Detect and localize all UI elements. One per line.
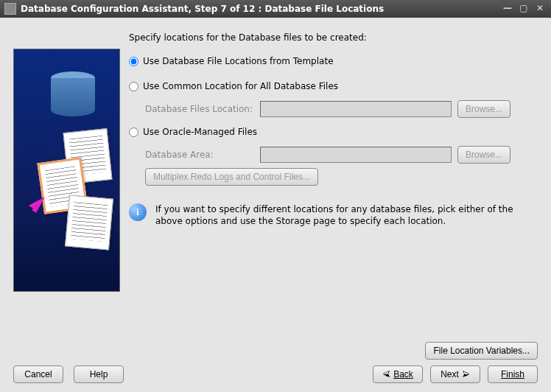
omf-area-input[interactable] [260,147,452,163]
prompt-text: Specify locations for the Database files… [129,32,538,43]
info-row: i If you want to specify different locat… [129,203,538,227]
multiplex-button[interactable]: Multiplex Redo Logs and Control Files... [145,168,318,186]
info-text: If you want to specify different locatio… [155,203,535,227]
option-common[interactable]: Use Common Location for All Database Fil… [129,81,538,91]
option-common-radio[interactable] [129,82,138,91]
app-icon [4,3,16,15]
omf-area-label: Database Area: [145,150,254,160]
help-button[interactable]: Help [74,365,124,383]
maximize-button[interactable]: ▢ [517,3,530,15]
finish-button-label: Finish [501,369,524,379]
option-template[interactable]: Use Database File Locations from Templat… [129,56,538,66]
option-template-radio[interactable] [129,57,138,66]
common-location-input[interactable] [260,101,452,117]
option-template-label: Use Database File Locations from Templat… [143,56,334,66]
window: Database Configuration Assistant, Step 7… [0,0,551,392]
wizard-sidebar [13,49,120,337]
next-button-label: Next [441,369,459,379]
common-location-label: Database Files Location: [145,104,254,114]
back-button[interactable]: ⮘Back [373,365,423,383]
multiplex-row: Multiplex Redo Logs and Control Files... [145,168,538,186]
content-area: Specify locations for the Database files… [0,18,551,392]
common-location-row: Database Files Location: Browse... [145,100,538,118]
back-button-label: Back [393,369,413,379]
arrow-icon [15,197,45,226]
footer: Cancel Help ⮘Back Next⮚ Finish [13,360,538,385]
file-location-variables-button[interactable]: File Location Variables... [425,342,538,360]
option-omf-radio[interactable] [129,127,138,137]
common-browse-button[interactable]: Browse... [457,100,510,118]
next-button[interactable]: Next⮚ [430,365,480,383]
chevron-right-icon: ⮚ [462,370,470,379]
wizard-illustration [13,49,120,292]
finish-button[interactable]: Finish [488,365,538,383]
close-button[interactable]: ✕ [533,3,547,15]
omf-area-row: Database Area: Browse... [145,146,538,164]
chevron-left-icon: ⮘ [382,370,390,379]
minimize-button[interactable]: — [501,3,514,15]
window-title: Database Configuration Assistant, Step 7… [21,4,501,14]
omf-browse-button[interactable]: Browse... [457,146,510,164]
info-icon: i [129,203,147,221]
form-column: Specify locations for the Database files… [129,29,538,337]
option-omf-label: Use Oracle-Managed Files [143,127,257,137]
cancel-button[interactable]: Cancel [13,365,63,383]
option-omf[interactable]: Use Oracle-Managed Files [129,127,538,137]
option-common-label: Use Common Location for All Database Fil… [143,81,338,91]
file-variables-row: File Location Variables... [13,342,538,360]
titlebar[interactable]: Database Configuration Assistant, Step 7… [0,0,551,18]
